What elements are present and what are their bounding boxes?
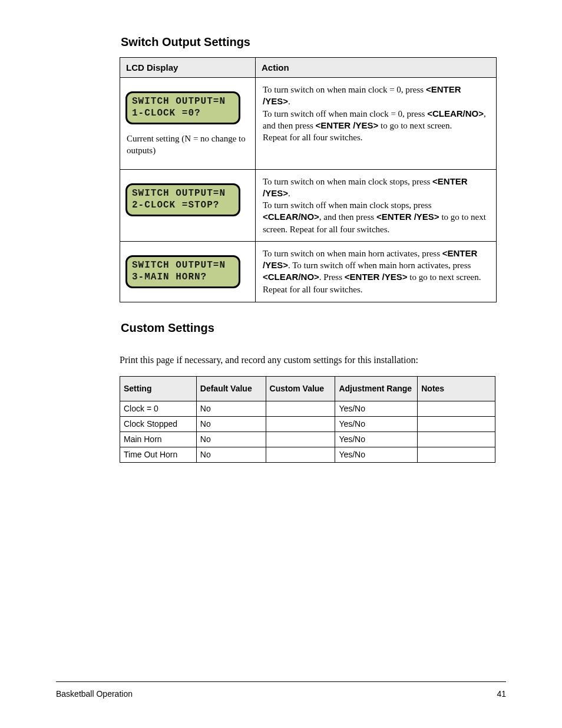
custom-cell-custom: [266, 447, 335, 462]
lcd-note-1: Current setting (N = no change to output…: [121, 129, 254, 169]
footer-left: Basketball Operation: [56, 689, 133, 699]
custom-cell-range: Yes/No: [335, 401, 418, 416]
custom-cell-custom: [266, 416, 335, 431]
custom-cell-default: No: [196, 447, 266, 462]
custom-cell-notes: [418, 431, 495, 447]
custom-row: Time Out Horn No Yes/No: [120, 447, 495, 462]
intro-paragraph: Print this page if necessary, and record…: [120, 355, 506, 365]
custom-col-custom: Custom Value: [266, 376, 335, 401]
footer-rule: [56, 681, 506, 682]
custom-cell-range: Yes/No: [335, 431, 418, 447]
custom-settings-table: Setting Default Value Custom Value Adjus…: [120, 376, 495, 463]
custom-col-default: Default Value: [196, 376, 266, 401]
custom-cell-notes: [418, 401, 495, 416]
custom-cell-custom: [266, 401, 335, 416]
setting-row-1: SWITCH OUTPUT=N 1-CLOCK =0? Current sett…: [120, 78, 497, 170]
lcd-display-3: SWITCH OUTPUT=N 3-MAIN HORN?: [125, 255, 240, 288]
custom-col-range: Adjustment Range: [335, 376, 418, 401]
custom-row: Clock Stopped No Yes/No: [120, 416, 495, 431]
setting-desc-2: To turn switch on when main clock stops,…: [256, 169, 497, 241]
custom-cell-notes: [418, 447, 495, 462]
switch-output-table: LCD Display Action SWITCH OUTPUT=N 1-CLO…: [120, 57, 497, 302]
custom-cell-default: No: [196, 416, 266, 431]
footer-right: 41: [497, 689, 506, 699]
custom-cell-range: Yes/No: [335, 416, 418, 431]
custom-col-notes: Notes: [418, 376, 495, 401]
lcd-display-2: SWITCH OUTPUT=N 2-CLOCK =STOP?: [125, 183, 240, 216]
lcd-display-1: SWITCH OUTPUT=N 1-CLOCK =0?: [125, 91, 240, 124]
switch-output-heading: Switch Output Settings: [121, 35, 506, 49]
custom-cell-custom: [266, 431, 335, 447]
custom-cell-default: No: [196, 431, 266, 447]
custom-row: Main Horn No Yes/No: [120, 431, 495, 447]
custom-cell-setting: Time Out Horn: [120, 447, 197, 462]
setting-row-2: SWITCH OUTPUT=N 2-CLOCK =STOP? To turn s…: [120, 169, 497, 241]
custom-cell-range: Yes/No: [335, 447, 418, 462]
col-header-lcd: LCD Display: [120, 58, 256, 78]
custom-row: Clock = 0 No Yes/No: [120, 401, 495, 416]
setting-row-3: SWITCH OUTPUT=N 3-MAIN HORN? To turn swi…: [120, 241, 497, 302]
custom-settings-heading: Custom Settings: [121, 321, 506, 335]
custom-col-setting: Setting: [120, 376, 197, 401]
setting-desc-3: To turn switch on when main horn activat…: [256, 241, 497, 302]
custom-cell-setting: Clock Stopped: [120, 416, 197, 431]
custom-cell-setting: Clock = 0: [120, 401, 197, 416]
custom-cell-setting: Main Horn: [120, 431, 197, 447]
col-header-action: Action: [256, 58, 497, 78]
custom-cell-default: No: [196, 401, 266, 416]
setting-desc-1: To turn switch on when main clock = 0, p…: [256, 78, 497, 170]
custom-cell-notes: [418, 416, 495, 431]
